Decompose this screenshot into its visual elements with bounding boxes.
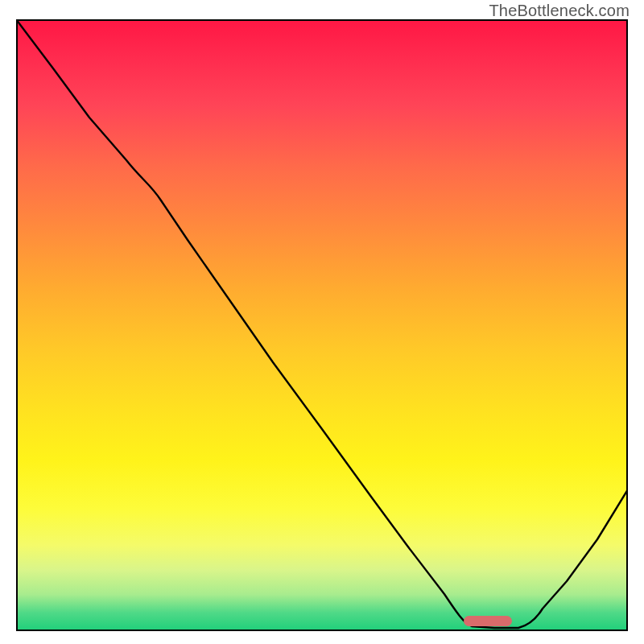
bottleneck-curve bbox=[16, 19, 628, 628]
plot-area bbox=[16, 19, 628, 631]
valley-marker bbox=[464, 616, 512, 626]
chart-stage: TheBottleneck.com bbox=[0, 0, 644, 644]
curve-svg bbox=[16, 19, 628, 631]
watermark-text: TheBottleneck.com bbox=[489, 2, 630, 20]
